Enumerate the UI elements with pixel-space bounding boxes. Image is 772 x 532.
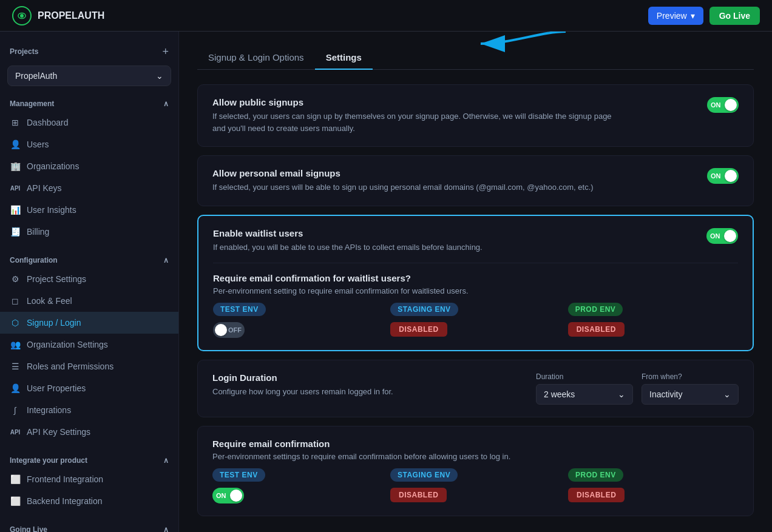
enable-waitlist-title: Enable waitlist users <box>213 228 482 238</box>
email-confirm-env-staging: STAGING ENV DISABLED <box>390 468 561 503</box>
duration-select[interactable]: 2 weeks ⌄ <box>536 384 633 405</box>
toggle-track[interactable]: ON <box>707 97 739 113</box>
layout: Projects + PropelAuth ⌄ Management ∧ ⊞ D… <box>0 32 772 532</box>
add-project-button[interactable]: + <box>162 46 169 57</box>
waitlist-env-test: TEST ENV OFF <box>213 303 383 338</box>
tabs: Signup & Login Options Settings <box>197 46 754 70</box>
chart-icon: 📊 <box>10 204 21 215</box>
sidebar-item-users[interactable]: 👤 Users <box>0 133 178 155</box>
sidebar-item-dashboard[interactable]: ⊞ Dashboard <box>0 112 178 133</box>
collapse-icon-3: ∧ <box>163 456 169 465</box>
sidebar-item-project-settings[interactable]: ⚙ Project Settings <box>0 268 178 290</box>
chevron-icon: ⌄ <box>156 71 163 81</box>
logo-icon <box>12 6 32 25</box>
sidebar-item-look-feel[interactable]: ◻ Look & Feel <box>0 290 178 312</box>
login-duration-info: Login Duration Configure how long your u… <box>212 372 393 398</box>
golive-section-header: Going Live ∧ <box>0 522 178 532</box>
duration-group: Duration 2 weeks ⌄ <box>536 372 633 405</box>
logo: PROPELAUTH <box>12 6 104 25</box>
waitlist-email-confirm-title: Require email confirmation for waitlist … <box>213 273 738 283</box>
from-when-select[interactable]: Inactivity ⌄ <box>642 384 739 405</box>
allow-public-signups-title: Allow public signups <box>212 97 625 107</box>
chevron-down-icon: ▾ <box>691 11 695 21</box>
sidebar-item-billing[interactable]: 🧾 Billing <box>0 221 178 243</box>
waitlist-email-confirm-section: Require email confirmation for waitlist … <box>213 273 738 338</box>
waitlist-env-grid: TEST ENV OFF STAGING ENV DISABLED <box>213 303 738 338</box>
sidebar-item-org-settings[interactable]: 👥 Organization Settings <box>0 334 178 355</box>
waitlist-staging-status: DISABLED <box>390 322 447 337</box>
waitlist-staging-env-badge: STAGING ENV <box>390 303 458 316</box>
users-icon: 👤 <box>10 139 21 150</box>
waitlist-test-toggle[interactable]: OFF <box>213 322 245 338</box>
project-selector[interactable]: PropelAuth ⌄ <box>7 66 171 86</box>
enable-waitlist-info: Enable waitlist users If enabled, you wi… <box>213 228 482 254</box>
tab-settings[interactable]: Settings <box>315 46 373 70</box>
look-icon: ◻ <box>10 295 21 306</box>
sidebar-item-roles-permissions[interactable]: ☰ Roles and Permissions <box>0 355 178 377</box>
enable-waitlist-desc: If enabled, you will be able to use the … <box>213 241 482 254</box>
login-duration-desc: Configure how long your users remain log… <box>212 386 393 398</box>
personal-toggle-thumb <box>725 170 737 182</box>
sidebar-item-backend[interactable]: ⬜ Backend Integration <box>0 490 178 512</box>
email-confirm-env-grid: TEST ENV ON STAGING ENV DISABLED PROD EN… <box>212 468 739 503</box>
sidebar: Projects + PropelAuth ⌄ Management ∧ ⊞ D… <box>0 32 179 532</box>
sidebar-item-signup-login[interactable]: ⬡ Signup / Login <box>0 312 178 334</box>
email-confirm-staging-badge: STAGING ENV <box>390 468 458 482</box>
waitlist-test-toggle-track[interactable]: OFF <box>213 322 245 338</box>
waitlist-prod-env-badge: PROD ENV <box>568 303 623 316</box>
arrow-indicator <box>462 32 572 58</box>
go-live-button[interactable]: Go Live <box>709 7 760 25</box>
waitlist-toggle-thumb <box>724 230 736 242</box>
email-confirm-test-badge: TEST ENV <box>212 468 265 482</box>
from-when-value: Inactivity <box>649 389 682 399</box>
topbar-actions: Preview ▾ Go Live <box>648 7 760 25</box>
enable-waitlist-card: Enable waitlist users If enabled, you wi… <box>197 215 754 352</box>
sidebar-item-frontend[interactable]: ⬜ Frontend Integration <box>0 468 178 490</box>
waitlist-env-staging: STAGING ENV DISABLED <box>390 303 560 338</box>
login-duration-row: Login Duration Configure how long your u… <box>212 372 739 405</box>
sidebar-item-user-properties[interactable]: 👤 User Properties <box>0 377 178 399</box>
allow-personal-email-title: Allow personal email signups <box>212 168 594 178</box>
waitlist-env-prod: PROD ENV DISABLED <box>568 303 738 338</box>
allow-public-signups-info: Allow public signups If selected, your u… <box>212 97 625 134</box>
email-confirm-env-test: TEST ENV ON <box>212 468 383 503</box>
api-key-settings-icon: API <box>10 426 21 437</box>
duration-selects: Duration 2 weeks ⌄ From when? Inactivity… <box>536 372 739 405</box>
toggle-thumb <box>725 99 737 111</box>
enable-waitlist-toggle[interactable]: ON <box>706 228 738 244</box>
waitlist-test-toggle-thumb <box>215 324 227 336</box>
integrations-icon: ∫ <box>10 405 21 416</box>
toggle-label: ON <box>711 101 721 109</box>
personal-toggle-label: ON <box>711 172 721 180</box>
email-confirm-test-toggle-track[interactable]: ON <box>212 488 244 503</box>
sidebar-item-api-keys[interactable]: API API Keys <box>0 177 178 199</box>
allow-public-signups-toggle[interactable]: ON <box>707 97 739 113</box>
allow-personal-email-card: Allow personal email signups If selected… <box>197 155 754 206</box>
from-when-label: From when? <box>642 372 739 381</box>
personal-toggle-track[interactable]: ON <box>707 168 739 184</box>
grid-icon: ⊞ <box>10 117 21 128</box>
duration-label: Duration <box>536 372 633 381</box>
user-props-icon: 👤 <box>10 383 21 394</box>
login-duration-title: Login Duration <box>212 372 393 383</box>
logo-text: PROPELAUTH <box>38 10 104 21</box>
duration-value: 2 weeks <box>544 389 575 399</box>
sidebar-item-organizations[interactable]: 🏢 Organizations <box>0 155 178 177</box>
sidebar-item-api-key-settings[interactable]: API API Key Settings <box>0 421 178 443</box>
waitlist-toggle-track[interactable]: ON <box>706 228 738 244</box>
allow-personal-email-toggle[interactable]: ON <box>707 168 739 184</box>
allow-public-signups-row: Allow public signups If selected, your u… <box>212 97 739 134</box>
tab-signup-login-options[interactable]: Signup & Login Options <box>197 46 315 70</box>
sidebar-item-integrations[interactable]: ∫ Integrations <box>0 399 178 421</box>
collapse-icon-4: ∧ <box>163 525 169 532</box>
email-confirm-env-prod: PROD ENV DISABLED <box>568 468 739 503</box>
org-settings-icon: 👥 <box>10 339 21 350</box>
settings-icon: ⚙ <box>10 274 21 285</box>
sidebar-item-user-insights[interactable]: 📊 User Insights <box>0 199 178 221</box>
waitlist-test-env-badge: TEST ENV <box>213 303 266 316</box>
allow-public-signups-card: Allow public signups If selected, your u… <box>197 84 754 147</box>
waitlist-divider <box>213 263 738 263</box>
login-duration-card: Login Duration Configure how long your u… <box>197 360 754 417</box>
preview-button[interactable]: Preview ▾ <box>648 7 703 25</box>
email-confirm-test-toggle[interactable]: ON <box>212 488 244 503</box>
